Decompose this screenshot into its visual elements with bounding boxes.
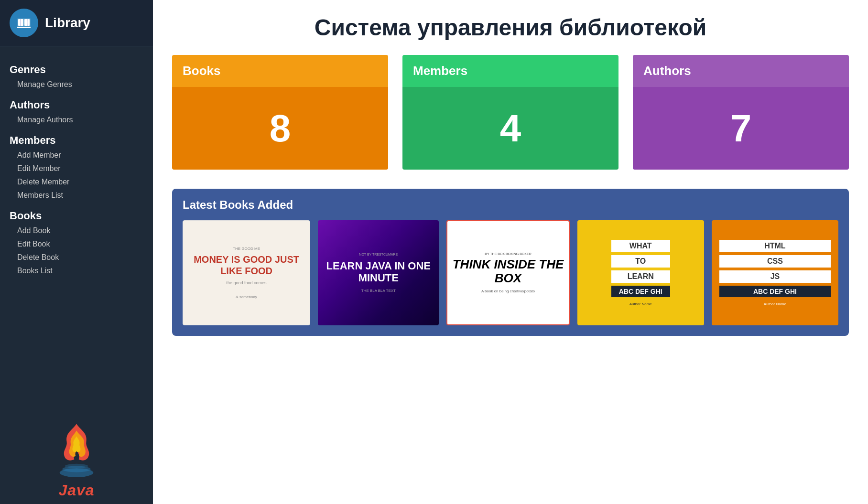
nav-section-members: Members — [8, 134, 145, 147]
sidebar-item-delete-member[interactable]: Delete Member — [8, 175, 145, 189]
book-cover-2[interactable]: NOT BY TRESTCUMARE LEARN JAVA IN ONE MIN… — [318, 220, 439, 325]
book4-label-2: LEARN — [611, 270, 670, 283]
book-cover-5[interactable]: HTML CSS JS ABC DEF GHI Author Name — [712, 220, 838, 325]
svg-rect-3 — [17, 27, 31, 28]
authors-card-body: 7 — [633, 87, 849, 170]
book2-sub: THE BLA BLA TEXT — [361, 289, 396, 293]
stats-row: Books 8 Members 4 Authors 7 — [172, 55, 849, 170]
nav-section-genres: Genres — [8, 64, 145, 76]
sidebar-item-add-member[interactable]: Add Member — [8, 149, 145, 162]
authors-label: Authors — [643, 64, 691, 78]
members-stat-card[interactable]: Members 4 — [402, 55, 618, 170]
sidebar-item-edit-member[interactable]: Edit Member — [8, 162, 145, 175]
book4-dark-label: ABC DEF GHI — [611, 286, 670, 297]
main-content: Система управления библиотекой Books 8 M… — [153, 0, 868, 504]
latest-books-section: Latest Books Added THE GOOD ME MONEY IS … — [172, 189, 849, 336]
java-logo: Java — [0, 410, 153, 504]
sidebar-nav: Genres Manage Genres Authors Manage Auth… — [0, 46, 153, 410]
authors-stat-card[interactable]: Authors 7 — [633, 55, 849, 170]
authors-count: 7 — [730, 107, 752, 150]
books-row: THE GOOD ME MONEY IS GOOD JUST LIKE FOOD… — [183, 220, 838, 325]
members-card-body: 4 — [402, 87, 618, 170]
sidebar-logo[interactable]: Library — [0, 0, 153, 46]
book2-small: NOT BY TRESTCUMARE — [359, 253, 398, 256]
sidebar-item-delete-book[interactable]: Delete Book — [8, 251, 145, 264]
svg-point-6 — [65, 464, 88, 468]
books-count: 8 — [270, 107, 291, 150]
nav-section-authors: Authors — [8, 99, 145, 111]
book1-author: & somebody — [236, 295, 257, 299]
sidebar-item-members-list[interactable]: Members List — [8, 189, 145, 202]
nav-section-books: Books — [8, 210, 145, 222]
book3-sub: A book on being creative/potato — [481, 289, 535, 293]
book3-small: BY THE BOX BOXING BOXER — [485, 252, 531, 256]
latest-books-title: Latest Books Added — [183, 198, 838, 212]
book5-label-0: HTML — [719, 240, 831, 252]
sidebar-item-add-book[interactable]: Add Book — [8, 224, 145, 237]
page-header: Система управления библиотекой — [172, 0, 849, 55]
java-flame-icon — [48, 419, 105, 482]
members-count: 4 — [500, 107, 521, 150]
page-title: Система управления библиотекой — [172, 14, 849, 41]
book1-title: MONEY IS GOOD JUST LIKE FOOD — [191, 254, 302, 277]
book3-title: THINK INSIDE THE BOX — [452, 257, 564, 285]
java-label: Java — [58, 482, 94, 499]
book4-labels: WHAT TO LEARN ABC DEF GHI — [611, 240, 670, 297]
book5-label-1: CSS — [719, 255, 831, 268]
books-label: Books — [183, 64, 220, 78]
book5-author: Author Name — [764, 302, 786, 306]
book-cover-1[interactable]: THE GOOD ME MONEY IS GOOD JUST LIKE FOOD… — [183, 220, 310, 325]
books-card-header: Books — [172, 55, 388, 87]
members-card-header: Members — [402, 55, 618, 87]
book2-title: LEARN JAVA IN ONE MINUTE — [323, 260, 434, 284]
authors-card-header: Authors — [633, 55, 849, 87]
book4-label-1: TO — [611, 255, 670, 268]
book4-author: Author Name — [629, 302, 652, 306]
members-label: Members — [413, 64, 467, 78]
book1-sub: the good food comes — [227, 280, 267, 285]
sidebar: Library Genres Manage Genres Authors Man… — [0, 0, 153, 504]
book1-small: THE GOOD ME — [233, 247, 260, 251]
sidebar-item-manage-authors[interactable]: Manage Authors — [8, 113, 145, 127]
book-cover-4[interactable]: WHAT TO LEARN ABC DEF GHI Author Name — [577, 220, 704, 325]
book-cover-3[interactable]: BY THE BOX BOXING BOXER THINK INSIDE THE… — [446, 220, 569, 325]
book5-dark-label: ABC DEF GHI — [719, 286, 831, 297]
books-card-body: 8 — [172, 87, 388, 170]
book5-label-2: JS — [719, 270, 831, 283]
logo-text: Library — [45, 15, 90, 31]
sidebar-item-books-list[interactable]: Books List — [8, 264, 145, 278]
books-stat-card[interactable]: Books 8 — [172, 55, 388, 170]
book4-label-0: WHAT — [611, 240, 670, 252]
sidebar-item-manage-genres[interactable]: Manage Genres — [8, 78, 145, 91]
library-icon — [10, 9, 38, 37]
book5-labels: HTML CSS JS ABC DEF GHI — [719, 240, 831, 297]
sidebar-item-edit-book[interactable]: Edit Book — [8, 237, 145, 251]
